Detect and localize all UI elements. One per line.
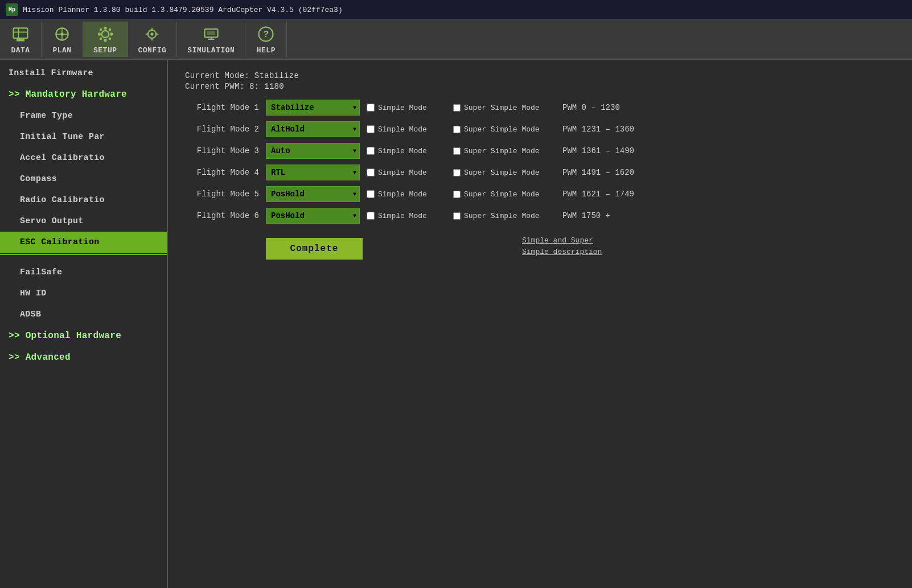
pwm-range-1: PWM 0 – 1230 (562, 103, 654, 112)
sidebar-item-install-firmware[interactable]: Install Firmware (0, 63, 167, 84)
flight-mode-row-5: Flight Mode 5 StabilizeAcroAltHoldAutoRT… (185, 186, 895, 202)
sidebar-item-advanced[interactable]: >> Advanced (0, 347, 167, 368)
simple-mode-6: Simple Mode (367, 212, 446, 220)
toolbar-setup[interactable]: SETUP (83, 22, 128, 57)
sidebar: Install Firmware >> Mandatory Hardware F… (0, 60, 168, 588)
flight-mode-4-label: Flight Mode 4 (185, 168, 259, 177)
content-area: Current Mode: Stabilize Current PWM: 8: … (168, 60, 912, 588)
sidebar-item-radio-calibration[interactable]: Radio Calibratio (0, 190, 167, 211)
simple-mode-2: Simple Mode (367, 125, 446, 134)
super-simple-mode-5-checkbox[interactable] (453, 191, 461, 198)
simulation-icon (201, 24, 221, 44)
svg-point-16 (100, 38, 102, 40)
pwm-range-2: PWM 1231 – 1360 (562, 125, 654, 134)
sidebar-item-frame-type[interactable]: Frame Type (0, 105, 167, 126)
super-simple-mode-2: Super Simple Mode (453, 125, 556, 134)
sidebar-item-failsafe[interactable]: FailSafe (0, 262, 167, 283)
super-simple-mode-4: Super Simple Mode (453, 168, 556, 177)
super-simple-mode-2-checkbox[interactable] (453, 126, 461, 133)
super-simple-mode-4-checkbox[interactable] (453, 169, 461, 176)
complete-button[interactable]: Complete (266, 238, 363, 260)
super-simple-mode-6: Super Simple Mode (453, 212, 556, 220)
svg-point-13 (100, 28, 102, 31)
config-label: CONFIG (138, 46, 167, 55)
super-simple-mode-5: Super Simple Mode (453, 190, 556, 199)
sidebar-item-initial-tune[interactable]: Initial Tune Par (0, 126, 167, 147)
toolbar: DATA PLAN (0, 20, 912, 60)
svg-text:?: ? (264, 30, 269, 40)
super-simple-mode-2-label: Super Simple Mode (464, 125, 540, 134)
super-simple-mode-1-checkbox[interactable] (453, 104, 461, 112)
simple-mode-2-label: Simple Mode (378, 125, 427, 134)
super-simple-mode-3-label: Super Simple Mode (464, 147, 540, 155)
toolbar-help[interactable]: ? HELP (245, 22, 287, 57)
plan-label: PLAN (52, 46, 71, 55)
svg-point-9 (104, 27, 106, 30)
main-layout: Install Firmware >> Mandatory Hardware F… (0, 60, 912, 588)
sidebar-item-optional-hardware[interactable]: >> Optional Hardware (0, 325, 167, 347)
app-title: Mission Planner 1.3.80 build 1.3.8479.20… (23, 6, 343, 14)
setup-icon (95, 24, 116, 44)
flight-mode-row-4: Flight Mode 4 StabilizeAcroAltHoldAutoRT… (185, 165, 895, 180)
flight-mode-3-select[interactable]: StabilizeAcroAltHoldAutoRTLPosHold (266, 143, 360, 159)
flight-modes-grid: Flight Mode 1 StabilizeAcroAltHoldAutoGu… (185, 100, 895, 224)
super-simple-mode-6-checkbox[interactable] (453, 212, 461, 220)
toolbar-data[interactable]: DATA (0, 22, 42, 57)
simple-mode-1: Simple Mode (367, 104, 446, 112)
flight-mode-4-select[interactable]: StabilizeAcroAltHoldAutoRTLPosHold (266, 165, 360, 180)
flight-mode-6-select-wrapper: StabilizeAcroAltHoldAutoRTLPosHold ▼ (266, 208, 360, 224)
sidebar-item-adsb[interactable]: ADSB (0, 304, 167, 325)
simple-mode-5-checkbox[interactable] (367, 190, 375, 198)
sidebar-item-servo-output[interactable]: Servo Output (0, 211, 167, 232)
flight-mode-5-select[interactable]: StabilizeAcroAltHoldAutoRTLPosHold (266, 186, 360, 202)
svg-rect-3 (17, 39, 24, 42)
data-label: DATA (11, 46, 30, 55)
config-icon (142, 24, 162, 44)
flight-mode-2-label: Flight Mode 2 (185, 125, 259, 134)
super-simple-mode-1-label: Super Simple Mode (464, 104, 540, 112)
flight-mode-1-select[interactable]: StabilizeAcroAltHoldAutoGuidedLoiterRTLC… (266, 100, 360, 116)
sidebar-item-compass[interactable]: Compass (0, 168, 167, 190)
current-pwm-line: Current PWM: 8: 1180 (185, 82, 895, 91)
simple-mode-2-checkbox[interactable] (367, 125, 375, 133)
simple-mode-4-checkbox[interactable] (367, 168, 375, 176)
simple-mode-5-label: Simple Mode (378, 190, 427, 199)
svg-point-8 (102, 31, 109, 38)
super-simple-mode-1: Super Simple Mode (453, 104, 556, 112)
flight-mode-6-select[interactable]: StabilizeAcroAltHoldAutoRTLPosHold (266, 208, 360, 224)
svg-rect-0 (14, 28, 28, 38)
super-simple-mode-3-checkbox[interactable] (453, 147, 461, 155)
simple-mode-3-checkbox[interactable] (367, 147, 375, 155)
flight-mode-4-select-wrapper: StabilizeAcroAltHoldAutoRTLPosHold ▼ (266, 165, 360, 180)
sidebar-item-accel-calibration[interactable]: Accel Calibratio (0, 147, 167, 168)
pwm-range-6: PWM 1750 + (562, 211, 654, 220)
toolbar-plan[interactable]: PLAN (42, 22, 83, 57)
flight-mode-row-2: Flight Mode 2 StabilizeAcroAltHoldAutoRT… (185, 121, 895, 137)
flight-mode-6-label: Flight Mode 6 (185, 211, 259, 220)
sidebar-item-mandatory-hardware[interactable]: >> Mandatory Hardware (0, 84, 167, 105)
super-simple-mode-4-label: Super Simple Mode (464, 168, 540, 177)
setup-label: SETUP (93, 46, 117, 55)
flight-mode-5-select-wrapper: StabilizeAcroAltHoldAutoRTLPosHold ▼ (266, 186, 360, 202)
pwm-range-3: PWM 1361 – 1490 (562, 146, 654, 155)
flight-mode-3-label: Flight Mode 3 (185, 146, 259, 155)
sidebar-item-hw-id[interactable]: HW ID (0, 283, 167, 304)
toolbar-config[interactable]: CONFIG (128, 22, 178, 57)
super-simple-mode-5-label: Super Simple Mode (464, 190, 540, 199)
sidebar-item-esc-calibration[interactable]: ESC Calibration (0, 232, 167, 253)
pwm-range-4: PWM 1491 – 1620 (562, 168, 654, 177)
simple-description-link[interactable]: Simple and SuperSimple description (522, 235, 602, 257)
simple-mode-6-checkbox[interactable] (367, 212, 375, 220)
toolbar-simulation[interactable]: SIMULATION (177, 22, 245, 57)
simple-mode-3: Simple Mode (367, 147, 446, 155)
svg-point-18 (151, 32, 154, 35)
help-icon: ? (256, 24, 276, 44)
simple-mode-1-label: Simple Mode (378, 104, 427, 112)
sidebar-divider (0, 254, 167, 255)
svg-point-11 (97, 32, 100, 35)
svg-rect-22 (207, 31, 215, 35)
flight-mode-2-select[interactable]: StabilizeAcroAltHoldAutoRTLPosHold (266, 121, 360, 137)
pwm-range-5: PWM 1621 – 1749 (562, 190, 654, 199)
simple-mode-4: Simple Mode (367, 168, 446, 177)
simple-mode-1-checkbox[interactable] (367, 104, 375, 112)
